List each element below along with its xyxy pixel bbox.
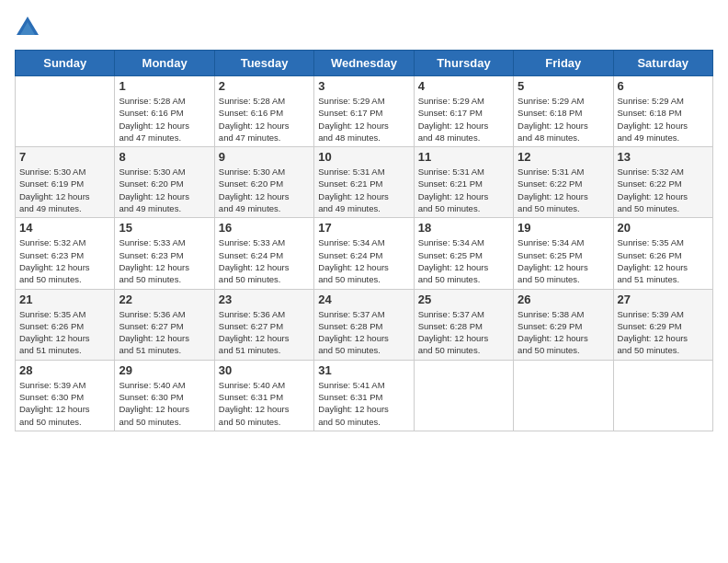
day-info: Sunrise: 5:33 AM Sunset: 6:24 PM Dayligh… [219,236,310,285]
calendar-cell [16,76,115,147]
calendar-row-3: 21Sunrise: 5:35 AM Sunset: 6:26 PM Dayli… [16,289,713,360]
logo-icon [15,15,40,40]
day-number: 8 [119,150,210,164]
calendar-cell: 15Sunrise: 5:33 AM Sunset: 6:23 PM Dayli… [115,218,214,289]
day-number: 1 [119,79,210,93]
day-number: 17 [318,221,409,235]
day-number: 13 [618,150,709,164]
day-info: Sunrise: 5:31 AM Sunset: 6:21 PM Dayligh… [318,166,409,214]
day-info: Sunrise: 5:40 AM Sunset: 6:31 PM Dayligh… [219,379,310,428]
day-info: Sunrise: 5:28 AM Sunset: 6:16 PM Dayligh… [219,95,310,144]
weekday-header-saturday: Saturday [613,51,712,76]
calendar-cell: 14Sunrise: 5:32 AM Sunset: 6:23 PM Dayli… [16,218,115,289]
calendar-cell: 5Sunrise: 5:29 AM Sunset: 6:18 PM Daylig… [514,76,613,147]
day-info: Sunrise: 5:34 AM Sunset: 6:25 PM Dayligh… [518,236,609,285]
day-number: 4 [418,79,509,93]
weekday-row: SundayMondayTuesdayWednesdayThursdayFrid… [16,51,713,76]
day-number: 15 [119,221,210,235]
day-info: Sunrise: 5:33 AM Sunset: 6:23 PM Dayligh… [119,236,210,285]
day-info: Sunrise: 5:37 AM Sunset: 6:28 PM Dayligh… [418,308,509,357]
day-info: Sunrise: 5:39 AM Sunset: 6:29 PM Dayligh… [618,308,709,357]
calendar-cell: 20Sunrise: 5:35 AM Sunset: 6:26 PM Dayli… [613,218,712,289]
calendar-cell: 8Sunrise: 5:30 AM Sunset: 6:20 PM Daylig… [115,147,214,218]
page-header [15,15,713,40]
day-number: 6 [618,79,709,93]
day-info: Sunrise: 5:38 AM Sunset: 6:29 PM Dayligh… [518,308,609,357]
day-info: Sunrise: 5:34 AM Sunset: 6:25 PM Dayligh… [418,236,509,285]
day-info: Sunrise: 5:40 AM Sunset: 6:30 PM Dayligh… [119,379,210,428]
day-number: 5 [518,79,609,93]
calendar-cell: 31Sunrise: 5:41 AM Sunset: 6:31 PM Dayli… [314,360,414,431]
day-info: Sunrise: 5:30 AM Sunset: 6:19 PM Dayligh… [19,166,110,214]
calendar-cell: 29Sunrise: 5:40 AM Sunset: 6:30 PM Dayli… [115,360,214,431]
day-number: 2 [219,79,310,93]
calendar-cell: 6Sunrise: 5:29 AM Sunset: 6:18 PM Daylig… [613,76,712,147]
day-number: 31 [318,363,409,377]
calendar-header: SundayMondayTuesdayWednesdayThursdayFrid… [16,51,713,76]
day-number: 28 [19,363,110,377]
day-number: 7 [19,150,110,164]
weekday-header-friday: Friday [514,51,613,76]
weekday-header-tuesday: Tuesday [214,51,313,76]
day-number: 9 [219,150,310,164]
calendar-cell: 24Sunrise: 5:37 AM Sunset: 6:28 PM Dayli… [314,289,414,360]
logo [15,15,44,40]
calendar-cell: 21Sunrise: 5:35 AM Sunset: 6:26 PM Dayli… [16,289,115,360]
day-number: 16 [219,221,310,235]
calendar-body: 1Sunrise: 5:28 AM Sunset: 6:16 PM Daylig… [16,76,713,431]
calendar-cell: 25Sunrise: 5:37 AM Sunset: 6:28 PM Dayli… [414,289,513,360]
day-number: 25 [418,293,509,306]
calendar-cell: 10Sunrise: 5:31 AM Sunset: 6:21 PM Dayli… [314,147,414,218]
calendar-table: SundayMondayTuesdayWednesdayThursdayFrid… [15,50,713,431]
day-number: 10 [318,150,409,164]
day-info: Sunrise: 5:29 AM Sunset: 6:17 PM Dayligh… [418,95,509,144]
day-number: 23 [219,293,310,306]
day-info: Sunrise: 5:34 AM Sunset: 6:24 PM Dayligh… [318,236,409,285]
calendar-cell: 13Sunrise: 5:32 AM Sunset: 6:22 PM Dayli… [613,147,712,218]
day-info: Sunrise: 5:36 AM Sunset: 6:27 PM Dayligh… [219,308,310,357]
day-info: Sunrise: 5:41 AM Sunset: 6:31 PM Dayligh… [318,379,409,428]
day-number: 29 [119,363,210,377]
day-number: 27 [618,293,709,306]
day-number: 12 [518,150,609,164]
day-info: Sunrise: 5:35 AM Sunset: 6:26 PM Dayligh… [19,308,110,357]
calendar-cell [613,360,712,431]
calendar-cell: 26Sunrise: 5:38 AM Sunset: 6:29 PM Dayli… [514,289,613,360]
calendar-cell: 11Sunrise: 5:31 AM Sunset: 6:21 PM Dayli… [414,147,513,218]
day-number: 19 [518,221,609,235]
day-info: Sunrise: 5:32 AM Sunset: 6:23 PM Dayligh… [19,236,110,285]
day-number: 14 [19,221,110,235]
calendar-cell: 3Sunrise: 5:29 AM Sunset: 6:17 PM Daylig… [314,76,414,147]
weekday-header-wednesday: Wednesday [314,51,414,76]
calendar-cell [414,360,513,431]
day-number: 20 [618,221,709,235]
day-number: 26 [518,293,609,306]
calendar-cell: 19Sunrise: 5:34 AM Sunset: 6:25 PM Dayli… [514,218,613,289]
day-number: 30 [219,363,310,377]
day-number: 18 [418,221,509,235]
calendar-cell: 27Sunrise: 5:39 AM Sunset: 6:29 PM Dayli… [613,289,712,360]
calendar-cell: 16Sunrise: 5:33 AM Sunset: 6:24 PM Dayli… [214,218,313,289]
day-number: 3 [318,79,409,93]
weekday-header-sunday: Sunday [16,51,115,76]
calendar-row-2: 14Sunrise: 5:32 AM Sunset: 6:23 PM Dayli… [16,218,713,289]
day-info: Sunrise: 5:31 AM Sunset: 6:21 PM Dayligh… [418,166,509,214]
day-number: 11 [418,150,509,164]
calendar-row-4: 28Sunrise: 5:39 AM Sunset: 6:30 PM Dayli… [16,360,713,431]
day-number: 22 [119,293,210,306]
day-info: Sunrise: 5:28 AM Sunset: 6:16 PM Dayligh… [119,95,210,144]
calendar-cell: 12Sunrise: 5:31 AM Sunset: 6:22 PM Dayli… [514,147,613,218]
calendar-cell: 9Sunrise: 5:30 AM Sunset: 6:20 PM Daylig… [214,147,313,218]
day-info: Sunrise: 5:39 AM Sunset: 6:30 PM Dayligh… [19,379,110,428]
day-info: Sunrise: 5:30 AM Sunset: 6:20 PM Dayligh… [219,166,310,214]
day-info: Sunrise: 5:36 AM Sunset: 6:27 PM Dayligh… [119,308,210,357]
day-info: Sunrise: 5:29 AM Sunset: 6:18 PM Dayligh… [518,95,609,144]
calendar-cell [514,360,613,431]
calendar-cell: 7Sunrise: 5:30 AM Sunset: 6:19 PM Daylig… [16,147,115,218]
calendar-cell: 22Sunrise: 5:36 AM Sunset: 6:27 PM Dayli… [115,289,214,360]
calendar-row-1: 7Sunrise: 5:30 AM Sunset: 6:19 PM Daylig… [16,147,713,218]
calendar-cell: 1Sunrise: 5:28 AM Sunset: 6:16 PM Daylig… [115,76,214,147]
day-info: Sunrise: 5:37 AM Sunset: 6:28 PM Dayligh… [318,308,409,357]
weekday-header-monday: Monday [115,51,214,76]
day-info: Sunrise: 5:32 AM Sunset: 6:22 PM Dayligh… [618,166,709,214]
